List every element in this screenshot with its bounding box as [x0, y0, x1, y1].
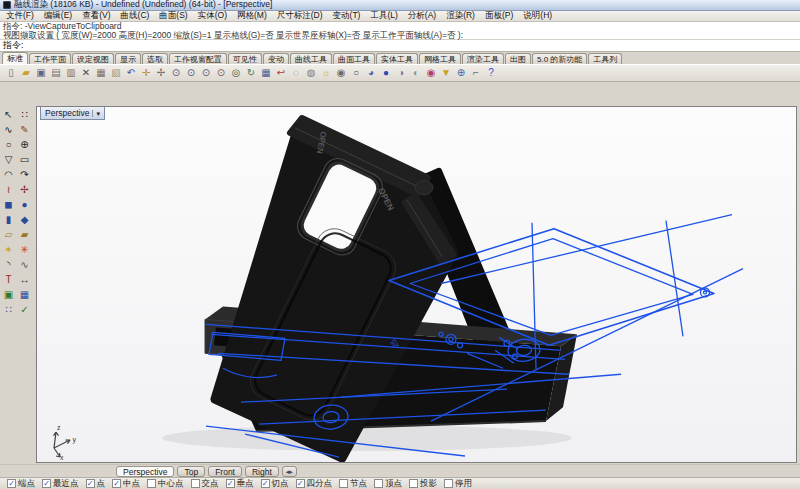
osnap-checkbox[interactable]: [296, 479, 305, 488]
chevron-down-icon[interactable]: ▾: [92, 110, 100, 117]
open-file-icon[interactable]: ▰: [19, 66, 33, 80]
osnap-toggle[interactable]: 切点: [261, 478, 289, 489]
osnap-toggle[interactable]: 投影: [409, 478, 437, 489]
osnap-toggle[interactable]: 点: [86, 478, 106, 489]
toolbar-tab[interactable]: 可见性: [228, 53, 262, 64]
osnap-checkbox[interactable]: [444, 479, 453, 488]
surface-icon[interactable]: ▱: [1, 228, 16, 241]
earth-icon[interactable]: ⊕: [454, 66, 468, 80]
viewport-tab[interactable]: Right: [245, 466, 279, 477]
toolbar-tab[interactable]: 出图: [505, 53, 531, 64]
undo-view-icon[interactable]: ↩: [274, 66, 288, 80]
toolbar-tab[interactable]: 曲面工具: [333, 53, 375, 64]
toolbar-tab[interactable]: 工作视窗配置: [169, 53, 227, 64]
curve-icon[interactable]: ∿: [1, 123, 16, 136]
osnap-toggle[interactable]: 四分点: [296, 478, 333, 489]
viewport-tab[interactable]: Front: [208, 466, 242, 477]
viewport-tab[interactable]: Perspective: [116, 466, 174, 477]
stand-model[interactable]: OPEN OPEN: [205, 118, 577, 458]
osnap-toggle[interactable]: 端点: [7, 478, 35, 489]
osnap-checkbox[interactable]: [226, 479, 235, 488]
osnap-toggle[interactable]: 节点: [339, 478, 367, 489]
toolbar-tab[interactable]: 曲线工具: [290, 53, 332, 64]
rectangle-icon[interactable]: ▭: [17, 153, 32, 166]
osnap-toggle[interactable]: 停用: [444, 478, 472, 489]
lamp-icon[interactable]: ☼: [319, 66, 333, 80]
perspective-viewport[interactable]: Perspective ▾: [36, 106, 797, 463]
osnap-toggle[interactable]: 中心点: [147, 478, 184, 489]
zoom-target-icon[interactable]: ◎: [229, 66, 243, 80]
menu-item[interactable]: 说明(H): [523, 10, 552, 22]
osnap-toggle[interactable]: 顶点: [374, 478, 402, 489]
menu-item[interactable]: 实体(O): [198, 10, 227, 22]
toolbar-tab[interactable]: 显示: [115, 53, 141, 64]
rotate-view-icon[interactable]: ↻: [244, 66, 258, 80]
four-viewports-icon[interactable]: ▦: [259, 66, 273, 80]
viewport-tab[interactable]: Top: [177, 466, 205, 477]
osnap-checkbox[interactable]: [339, 479, 348, 488]
point-icon[interactable]: ∷: [17, 108, 32, 121]
loft-surface-icon[interactable]: ▰: [17, 228, 32, 241]
paste-icon[interactable]: ▧: [109, 66, 123, 80]
osnap-toggle[interactable]: 交点: [191, 478, 219, 489]
arc-icon[interactable]: ◠: [1, 168, 16, 181]
viewport-title-tab[interactable]: Perspective ▾: [40, 107, 105, 120]
move-icon[interactable]: ✢: [154, 66, 168, 80]
menu-item[interactable]: 编辑(E): [44, 10, 72, 22]
group-icon[interactable]: ▣: [1, 288, 16, 301]
array-icon[interactable]: ∷: [1, 303, 16, 316]
undo-icon[interactable]: ↶: [124, 66, 138, 80]
lock-object-icon[interactable]: ◉: [334, 66, 348, 80]
osnap-toggle[interactable]: 最近点: [42, 478, 79, 489]
wireframe-display-icon[interactable]: ○: [349, 66, 363, 80]
curve-edit-icon[interactable]: ≀: [1, 183, 16, 196]
zoom-selected-icon[interactable]: ⊙: [214, 66, 228, 80]
osnap-checkbox[interactable]: [42, 479, 51, 488]
copy-icon[interactable]: ▦: [94, 66, 108, 80]
viewport-tab-nav-button[interactable]: ◂▸: [282, 466, 297, 477]
zoom-extents-icon[interactable]: ⊙: [199, 66, 213, 80]
toolbar-tab[interactable]: 工具列: [588, 53, 622, 64]
menu-item[interactable]: 曲线(C): [121, 10, 150, 22]
osnap-checkbox[interactable]: [261, 479, 270, 488]
control-point-curve-icon[interactable]: ✎: [17, 123, 32, 136]
toolbar-tab[interactable]: 实体工具: [376, 53, 418, 64]
menu-item[interactable]: 分析(A): [408, 10, 436, 22]
show-object-icon[interactable]: ◍: [304, 66, 318, 80]
toolbar-tab[interactable]: 标准: [2, 52, 28, 64]
menu-item[interactable]: 网格(M): [237, 10, 267, 22]
osnap-toggle[interactable]: 中点: [112, 478, 140, 489]
pan-hand-icon[interactable]: ✛: [139, 66, 153, 80]
toolbar-tab[interactable]: 工作平面: [29, 53, 71, 64]
ghosted-display-icon[interactable]: ◑: [394, 66, 408, 80]
menu-item[interactable]: 变动(T): [333, 10, 361, 22]
toolbar-tab[interactable]: 渲染工具: [462, 53, 504, 64]
xray-display-icon[interactable]: ◐: [409, 66, 423, 80]
osnap-toggle[interactable]: 垂点: [226, 478, 254, 489]
osnap-checkbox[interactable]: [191, 479, 200, 488]
zoom-dynamic-icon[interactable]: ⊙: [169, 66, 183, 80]
menu-item[interactable]: 工具(L): [370, 10, 397, 22]
menu-item[interactable]: 文件(F): [6, 10, 34, 22]
new-file-icon[interactable]: ▯: [4, 66, 18, 80]
menu-item[interactable]: 渲染(R): [446, 10, 475, 22]
ellipse-icon[interactable]: ⊕: [17, 138, 32, 151]
osnap-checkbox[interactable]: [409, 479, 418, 488]
menu-item[interactable]: 曲面(S): [159, 10, 187, 22]
osnap-checkbox[interactable]: [147, 479, 156, 488]
toolbar-tab[interactable]: 选取: [142, 53, 168, 64]
zoom-window-icon[interactable]: ⊙: [184, 66, 198, 80]
osnap-checkbox[interactable]: [112, 479, 121, 488]
dimension-icon[interactable]: ↔: [17, 273, 32, 286]
capture-region-icon[interactable]: ⌐: [469, 66, 483, 80]
render-icon[interactable]: ◉: [424, 66, 438, 80]
osnap-checkbox[interactable]: [7, 479, 16, 488]
save-icon[interactable]: ▣: [34, 66, 48, 80]
solid-tools-icon[interactable]: ◆: [17, 213, 32, 226]
menu-item[interactable]: 面板(P): [485, 10, 513, 22]
polygon-icon[interactable]: ▽: [1, 153, 16, 166]
print-icon[interactable]: ▤: [49, 66, 63, 80]
export-icon[interactable]: ▥: [64, 66, 78, 80]
corner-curve-icon[interactable]: ↷: [17, 168, 32, 181]
rendered-display-icon[interactable]: ●: [379, 66, 393, 80]
